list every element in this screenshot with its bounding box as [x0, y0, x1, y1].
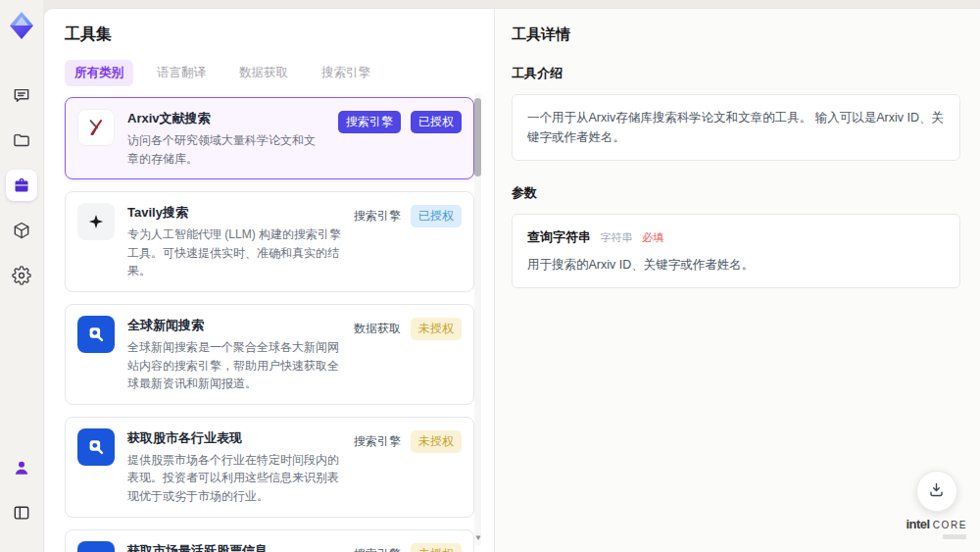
tool-card-arxiv[interactable]: Arxiv文献搜索 访问各个研究领域大量科学论文和文章的存储库。 搜索引擎 已授… — [65, 97, 474, 179]
category-label: 数据获取 — [354, 318, 401, 337]
category-label: 搜索引擎 — [354, 430, 401, 450]
tool-card-tavily[interactable]: Tavily搜索 专为人工智能代理 (LLM) 构建的搜索引擎工具。可快速提供实… — [65, 191, 474, 292]
tool-name: Arxiv文献搜索 — [127, 110, 325, 127]
tool-card-active-stocks[interactable]: 获取市场最活跃股票信息 提供当天交易量最高的股票列表。投资者可以利用这些信息来识… — [65, 529, 474, 552]
params-heading: 参数 — [512, 184, 960, 202]
left-rail — [0, 0, 43, 552]
tool-name: 全球新闻搜索 — [127, 317, 341, 334]
app-logo-icon — [5, 9, 38, 42]
blue-search-icon — [77, 316, 115, 353]
sidebar-item-account[interactable] — [6, 452, 37, 483]
status-badge: 未授权 — [411, 430, 462, 453]
sidebar-item-toggle-panel[interactable] — [6, 497, 37, 528]
blue-search-icon — [77, 541, 115, 552]
scrollbar-thumb[interactable] — [474, 98, 481, 176]
sidebar-item-files[interactable] — [6, 125, 37, 156]
tool-name: 获取股市各行业表现 — [127, 429, 341, 447]
tool-intro-card: 一个用于从Arxiv存储库搜索科学论文和文章的工具。 输入可以是Arxiv ID… — [512, 94, 960, 161]
param-required-badge: 必填 — [642, 231, 663, 243]
detail-title: 工具详情 — [512, 25, 960, 44]
tab-all-categories[interactable]: 所有类别 — [65, 60, 133, 86]
status-badge: 已授权 — [411, 111, 462, 133]
page-title: 工具集 — [65, 25, 466, 45]
status-badge: 未授权 — [411, 318, 462, 340]
tab-data-fetching[interactable]: 数据获取 — [229, 60, 298, 86]
param-desc: 用于搜索的Arxiv ID、关键字或作者姓名。 — [527, 255, 945, 275]
param-card: 查询字符串 字符串 必填 用于搜索的Arxiv ID、关键字或作者姓名。 — [512, 214, 960, 288]
category-label: 搜索引擎 — [354, 543, 401, 552]
sidebar-item-settings[interactable] — [6, 260, 37, 291]
sidebar-item-tools[interactable] — [6, 170, 37, 201]
param-name: 查询字符串 — [527, 229, 591, 244]
intel-core-logo: intelCORE — [906, 515, 967, 539]
bottom-right-overlay: intelCORE — [906, 471, 967, 539]
settings-gear-icon — [12, 266, 31, 285]
status-badge: 已授权 — [411, 205, 462, 227]
intel-wordmark: intel — [906, 517, 929, 531]
status-badge: 未授权 — [411, 543, 462, 552]
tool-name: 获取市场最活跃股票信息 — [127, 542, 341, 552]
core-wordmark: CORE — [933, 520, 967, 530]
toolbox-icon — [12, 176, 31, 195]
tool-list-pane: 工具集 所有类别 语言翻译 数据获取 搜索引擎 A — [44, 9, 494, 552]
package-icon — [12, 221, 31, 240]
tool-desc: 访问各个研究领域大量科学论文和文章的存储库。 — [127, 131, 325, 168]
tool-name: Tavily搜索 — [127, 204, 341, 222]
tab-search-engine[interactable]: 搜索引擎 — [312, 60, 380, 86]
intel-ultra-mark — [943, 534, 966, 539]
user-icon — [12, 458, 31, 477]
tavily-star-icon — [77, 203, 115, 240]
chat-icon — [12, 85, 31, 105]
tool-list: Arxiv文献搜索 访问各个研究领域大量科学论文和文章的存储库。 搜索引擎 已授… — [65, 97, 466, 552]
arxiv-icon — [77, 109, 115, 146]
intro-heading: 工具介绍 — [512, 65, 960, 82]
tool-card-sector-performance[interactable]: 获取股市各行业表现 提供股票市场各个行业在特定时间段内的表现。投资者可以利用这些… — [65, 417, 474, 518]
category-badge: 搜索引擎 — [338, 111, 401, 133]
folder-icon — [12, 130, 31, 150]
category-label: 搜索引擎 — [354, 205, 401, 225]
download-button[interactable] — [916, 471, 957, 512]
param-type: 字符串 — [600, 231, 632, 243]
blue-search-icon — [77, 428, 115, 466]
tool-desc: 提供股票市场各个行业在特定时间段内的表现。投资者可以利用这些信息来识别表现优于或… — [127, 451, 341, 506]
tool-intro-text: 一个用于从Arxiv存储库搜索科学论文和文章的工具。 输入可以是Arxiv ID… — [527, 111, 944, 144]
list-scrollbar[interactable]: ▼ — [474, 93, 481, 546]
tool-desc: 全球新闻搜索是一个聚合全球各大新闻网站内容的搜索引擎，帮助用户快速获取全球最新资… — [127, 338, 341, 393]
tool-card-global-news[interactable]: 全球新闻搜索 全球新闻搜索是一个聚合全球各大新闻网站内容的搜索引擎，帮助用户快速… — [65, 304, 474, 405]
scrollbar-down-arrow[interactable]: ▼ — [474, 533, 481, 542]
panel-toggle-icon — [12, 503, 31, 523]
sidebar-item-chat[interactable] — [6, 79, 37, 111]
sidebar-item-packages[interactable] — [6, 215, 37, 246]
app-window: 工具集 所有类别 语言翻译 数据获取 搜索引擎 A — [0, 0, 980, 552]
tool-desc: 专为人工智能代理 (LLM) 构建的搜索引擎工具。可快速提供实时、准确和真实的结… — [127, 226, 341, 280]
category-tabs: 所有类别 语言翻译 数据获取 搜索引擎 — [65, 60, 466, 86]
download-icon — [927, 480, 946, 503]
tab-language-translation[interactable]: 语言翻译 — [147, 60, 216, 86]
main-panel: 工具集 所有类别 语言翻译 数据获取 搜索引擎 A — [43, 8, 980, 552]
